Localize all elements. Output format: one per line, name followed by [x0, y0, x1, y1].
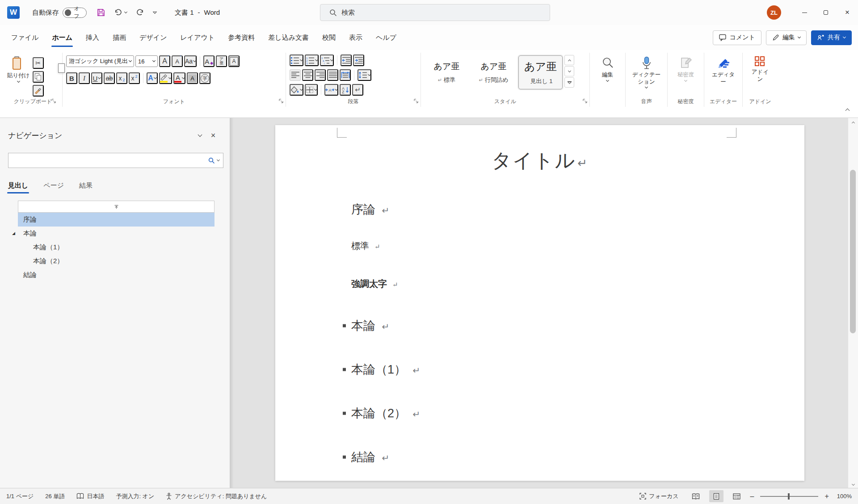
word-count[interactable]: 26 単語 — [45, 492, 65, 500]
zoom-in-button[interactable]: + — [824, 492, 829, 500]
editing-mode-button[interactable]: 編集 — [766, 30, 807, 45]
change-case-button[interactable]: Aa — [184, 55, 197, 67]
redo-button[interactable] — [135, 8, 145, 17]
align-right-button[interactable] — [315, 69, 326, 81]
font-name-combo[interactable]: 游ゴシック Light (見出し — [66, 55, 134, 67]
ribbon-tab[interactable]: ホーム — [45, 25, 79, 50]
font-size-combo[interactable]: 16 — [135, 55, 158, 67]
ribbon-tab[interactable]: 校閲 — [315, 25, 342, 50]
search-box[interactable]: 検索 — [320, 4, 550, 21]
styles-scroll-down-button[interactable] — [564, 66, 574, 76]
clear-formatting-button[interactable]: A◆ — [203, 55, 214, 67]
zoom-percentage[interactable]: 100% — [837, 493, 852, 500]
shrink-font-button[interactable]: Aˇ — [172, 55, 183, 67]
undo-button[interactable] — [114, 8, 127, 17]
style-card[interactable]: あア亜 ↵標準 — [425, 55, 469, 89]
user-avatar[interactable]: ZL — [767, 5, 781, 20]
format-painter-button[interactable] — [33, 85, 44, 97]
styles-dialog-launcher[interactable] — [583, 97, 587, 105]
numbered-list-button[interactable]: 123 — [305, 55, 319, 66]
character-border-button[interactable]: A — [228, 55, 240, 67]
navigation-heading-item[interactable]: ◢ 本論 — [18, 227, 214, 240]
share-button[interactable]: 共有 — [811, 30, 852, 45]
copy-button[interactable] — [33, 71, 44, 83]
autosave-control[interactable]: 自動保存 オフ — [32, 8, 87, 18]
document-title-paragraph[interactable]: タイトル↵ — [351, 147, 728, 174]
styles-more-button[interactable] — [564, 77, 574, 88]
save-button[interactable] — [97, 8, 105, 17]
undo-dropdown-icon[interactable] — [124, 10, 127, 13]
navigation-search-input[interactable] — [12, 157, 208, 164]
read-mode-button[interactable] — [689, 490, 703, 502]
page-indicator[interactable]: 1/1 ページ — [6, 492, 34, 500]
paragraph-dialog-launcher[interactable] — [414, 97, 418, 105]
navigation-tab[interactable]: 結果 — [79, 181, 93, 195]
character-shading-button[interactable]: A — [187, 72, 198, 84]
navigation-heading-item[interactable]: ◢ 本論（2） — [18, 254, 214, 268]
document-paragraph[interactable]: 強調太字 ↵ — [351, 278, 728, 290]
navigation-tab[interactable]: 見出し — [8, 181, 28, 195]
document-paragraph[interactable]: 序論 ↵ — [351, 202, 728, 218]
italic-button[interactable]: I — [79, 72, 90, 84]
navigation-heading-item[interactable]: ◢ 本論（1） — [18, 240, 214, 254]
ribbon-tab[interactable]: 差し込み文書 — [261, 25, 315, 50]
bullet-list-button[interactable] — [290, 55, 303, 66]
document-paragraph[interactable]: 本論（1） ↵ — [351, 361, 728, 378]
collapse-ribbon-button[interactable] — [846, 106, 849, 114]
line-spacing-button[interactable] — [358, 69, 371, 81]
vertical-scrollbar[interactable] — [848, 118, 858, 488]
scrollbar-thumb[interactable] — [850, 170, 856, 333]
scroll-up-icon[interactable] — [848, 121, 858, 124]
font-color-button[interactable]: A — [173, 72, 185, 84]
enclose-characters-button[interactable]: 字 — [199, 72, 210, 84]
extended-formatting-button[interactable]: A — [324, 84, 338, 96]
ribbon-tab[interactable]: ファイル — [4, 25, 45, 50]
jump-to-top-item[interactable] — [18, 201, 214, 213]
maximize-button[interactable] — [815, 0, 837, 25]
web-layout-button[interactable] — [730, 490, 744, 502]
document-paragraph[interactable]: 結論 ↵ — [351, 449, 728, 465]
focus-mode-button[interactable]: フォーカス — [639, 492, 678, 500]
grow-font-button[interactable]: Aˆ — [159, 55, 170, 67]
ribbon-tab[interactable]: 描画 — [106, 25, 133, 50]
ribbon-tab[interactable]: ヘルプ — [369, 25, 403, 50]
minimize-button[interactable] — [794, 0, 815, 25]
zoom-slider-thumb[interactable] — [788, 493, 790, 500]
align-center-button[interactable] — [302, 69, 313, 81]
navigation-heading-item[interactable]: ◢ 序論 — [18, 213, 214, 227]
customize-quick-access-button[interactable] — [153, 12, 157, 13]
subscript-button[interactable]: x2 — [116, 72, 127, 84]
decrease-indent-button[interactable] — [341, 55, 352, 66]
ribbon-tab[interactable]: 参考資料 — [221, 25, 261, 50]
text-highlight-button[interactable] — [159, 72, 172, 84]
style-card[interactable]: あア亜 ↵行間詰め — [471, 55, 516, 89]
distribute-button[interactable] — [340, 69, 351, 81]
multilevel-list-button[interactable]: 1ai — [320, 55, 334, 66]
search-options-icon[interactable] — [217, 158, 220, 161]
navigation-options-button[interactable] — [193, 130, 206, 141]
print-layout-button[interactable] — [709, 490, 723, 502]
superscript-button[interactable]: x2 — [129, 72, 140, 84]
zoom-slider[interactable] — [760, 496, 818, 497]
document-paragraph[interactable]: 本論（2） ↵ — [351, 405, 728, 421]
align-left-button[interactable] — [290, 69, 301, 81]
borders-button[interactable] — [305, 84, 318, 96]
font-dialog-launcher[interactable] — [279, 97, 283, 105]
phonetic-guide-button[interactable]: ア亜 — [216, 55, 227, 67]
scroll-down-icon[interactable] — [848, 484, 858, 485]
sort-button[interactable]: AZ — [340, 84, 351, 96]
comments-button[interactable]: コメント — [713, 30, 761, 45]
accessibility-status[interactable]: アクセシビリティ: 問題ありません — [166, 492, 267, 500]
zoom-out-button[interactable]: – — [750, 492, 754, 500]
underline-button[interactable]: U — [91, 72, 102, 84]
autosave-toggle[interactable]: オフ — [63, 8, 87, 18]
expand-triangle-icon[interactable]: ◢ — [12, 231, 15, 235]
shading-button[interactable] — [290, 84, 303, 96]
navigation-search-box[interactable] — [8, 153, 223, 168]
ime-prediction-status[interactable]: 予測入力: オン — [116, 492, 154, 500]
editing-menu-button[interactable]: 編集 — [601, 54, 614, 107]
ribbon-tab[interactable]: デザイン — [133, 25, 173, 50]
clipboard-dialog-launcher[interactable] — [51, 97, 56, 105]
justify-button[interactable] — [327, 69, 338, 81]
ribbon-tab[interactable]: 挿入 — [79, 25, 106, 50]
